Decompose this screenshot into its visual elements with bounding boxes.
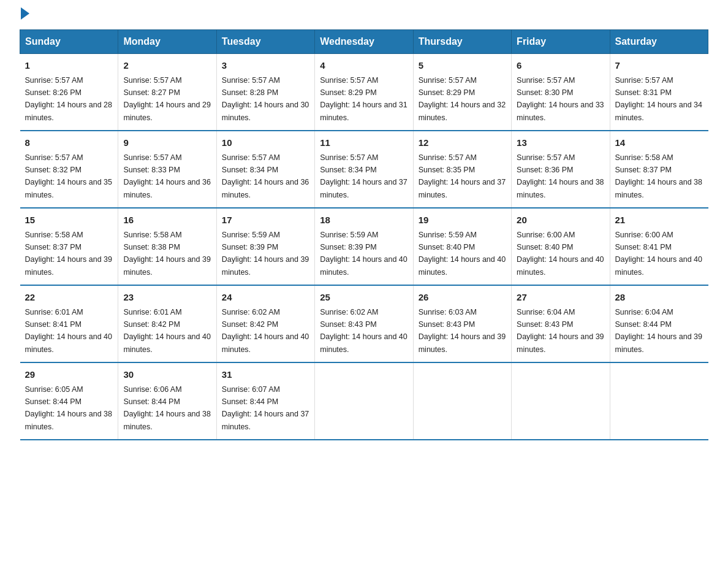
day-number: 26 <box>419 291 506 305</box>
day-info: Sunrise: 5:57 AMSunset: 8:32 PMDaylight:… <box>25 153 112 199</box>
day-number: 12 <box>419 136 506 150</box>
day-info: Sunrise: 6:00 AMSunset: 8:40 PMDaylight:… <box>517 231 604 277</box>
day-info: Sunrise: 5:59 AMSunset: 8:40 PMDaylight:… <box>419 231 506 277</box>
day-number: 19 <box>419 213 506 228</box>
day-number: 20 <box>517 213 604 228</box>
day-info: Sunrise: 5:57 AMSunset: 8:34 PMDaylight:… <box>320 153 407 199</box>
day-number: 7 <box>615 59 703 73</box>
calendar-cell: 22Sunrise: 6:01 AMSunset: 8:41 PMDayligh… <box>20 285 118 362</box>
calendar-cell: 16Sunrise: 5:58 AMSunset: 8:38 PMDayligh… <box>118 208 216 285</box>
day-number: 29 <box>25 368 113 382</box>
calendar-week-row: 29Sunrise: 6:05 AMSunset: 8:44 PMDayligh… <box>20 362 708 440</box>
day-number: 6 <box>517 59 604 73</box>
day-info: Sunrise: 5:59 AMSunset: 8:39 PMDaylight:… <box>222 231 309 277</box>
calendar-cell: 23Sunrise: 6:01 AMSunset: 8:42 PMDayligh… <box>118 285 216 362</box>
logo-arrow-icon <box>21 7 29 20</box>
calendar-cell: 24Sunrise: 6:02 AMSunset: 8:42 PMDayligh… <box>216 285 314 362</box>
header-saturday: Saturday <box>610 30 708 54</box>
calendar-cell: 8Sunrise: 5:57 AMSunset: 8:32 PMDaylight… <box>20 131 118 208</box>
day-number: 4 <box>320 59 408 73</box>
header-thursday: Thursday <box>413 30 511 54</box>
day-number: 16 <box>123 213 211 228</box>
day-number: 14 <box>615 136 703 150</box>
header-tuesday: Tuesday <box>216 30 314 54</box>
day-info: Sunrise: 6:07 AMSunset: 8:44 PMDaylight:… <box>222 385 309 431</box>
header-sunday: Sunday <box>20 30 118 54</box>
day-number: 13 <box>517 136 604 150</box>
calendar-cell: 5Sunrise: 5:57 AMSunset: 8:29 PMDaylight… <box>413 54 511 131</box>
day-info: Sunrise: 6:01 AMSunset: 8:42 PMDaylight:… <box>123 308 210 354</box>
calendar-cell: 6Sunrise: 5:57 AMSunset: 8:30 PMDaylight… <box>512 54 610 131</box>
calendar-cell: 2Sunrise: 5:57 AMSunset: 8:27 PMDaylight… <box>118 54 216 131</box>
day-info: Sunrise: 5:57 AMSunset: 8:26 PMDaylight:… <box>25 76 112 122</box>
calendar-cell: 31Sunrise: 6:07 AMSunset: 8:44 PMDayligh… <box>216 362 314 440</box>
day-number: 10 <box>222 136 309 150</box>
calendar-week-row: 15Sunrise: 5:58 AMSunset: 8:37 PMDayligh… <box>20 208 708 285</box>
day-info: Sunrise: 5:57 AMSunset: 8:34 PMDaylight:… <box>222 153 309 199</box>
calendar-cell: 20Sunrise: 6:00 AMSunset: 8:40 PMDayligh… <box>512 208 610 285</box>
day-info: Sunrise: 6:03 AMSunset: 8:43 PMDaylight:… <box>419 308 506 354</box>
calendar-cell: 4Sunrise: 5:57 AMSunset: 8:29 PMDaylight… <box>315 54 413 131</box>
calendar-cell: 14Sunrise: 5:58 AMSunset: 8:37 PMDayligh… <box>610 131 708 208</box>
calendar-header-row: SundayMondayTuesdayWednesdayThursdayFrid… <box>20 30 708 54</box>
day-info: Sunrise: 6:04 AMSunset: 8:43 PMDaylight:… <box>517 308 604 354</box>
day-info: Sunrise: 5:57 AMSunset: 8:31 PMDaylight:… <box>615 76 702 122</box>
calendar-cell: 15Sunrise: 5:58 AMSunset: 8:37 PMDayligh… <box>20 208 118 285</box>
calendar-cell: 27Sunrise: 6:04 AMSunset: 8:43 PMDayligh… <box>512 285 610 362</box>
calendar-cell: 12Sunrise: 5:57 AMSunset: 8:35 PMDayligh… <box>413 131 511 208</box>
day-info: Sunrise: 6:04 AMSunset: 8:44 PMDaylight:… <box>615 308 702 354</box>
header-friday: Friday <box>512 30 610 54</box>
day-info: Sunrise: 5:58 AMSunset: 8:38 PMDaylight:… <box>123 231 210 277</box>
day-info: Sunrise: 5:58 AMSunset: 8:37 PMDaylight:… <box>25 231 112 277</box>
day-number: 17 <box>222 213 309 228</box>
calendar-week-row: 8Sunrise: 5:57 AMSunset: 8:32 PMDaylight… <box>20 131 708 208</box>
logo <box>20 15 29 20</box>
page-header <box>20 15 708 20</box>
calendar-cell: 19Sunrise: 5:59 AMSunset: 8:40 PMDayligh… <box>413 208 511 285</box>
day-info: Sunrise: 6:02 AMSunset: 8:43 PMDaylight:… <box>320 308 407 354</box>
calendar-cell: 7Sunrise: 5:57 AMSunset: 8:31 PMDaylight… <box>610 54 708 131</box>
calendar-cell <box>610 362 708 440</box>
day-info: Sunrise: 5:57 AMSunset: 8:30 PMDaylight:… <box>517 76 604 122</box>
day-number: 27 <box>517 291 604 305</box>
day-info: Sunrise: 6:05 AMSunset: 8:44 PMDaylight:… <box>25 385 112 431</box>
calendar-week-row: 1Sunrise: 5:57 AMSunset: 8:26 PMDaylight… <box>20 54 708 131</box>
calendar-cell: 26Sunrise: 6:03 AMSunset: 8:43 PMDayligh… <box>413 285 511 362</box>
day-number: 23 <box>123 291 211 305</box>
day-number: 3 <box>222 59 309 73</box>
calendar-cell <box>315 362 413 440</box>
day-info: Sunrise: 6:06 AMSunset: 8:44 PMDaylight:… <box>123 385 210 431</box>
day-number: 15 <box>25 213 113 228</box>
calendar-cell <box>413 362 511 440</box>
day-info: Sunrise: 5:57 AMSunset: 8:36 PMDaylight:… <box>517 153 604 199</box>
day-info: Sunrise: 5:58 AMSunset: 8:37 PMDaylight:… <box>615 153 702 199</box>
day-info: Sunrise: 5:57 AMSunset: 8:33 PMDaylight:… <box>123 153 210 199</box>
calendar-cell: 30Sunrise: 6:06 AMSunset: 8:44 PMDayligh… <box>118 362 216 440</box>
day-info: Sunrise: 5:57 AMSunset: 8:28 PMDaylight:… <box>222 76 309 122</box>
day-number: 18 <box>320 213 408 228</box>
day-info: Sunrise: 6:01 AMSunset: 8:41 PMDaylight:… <box>25 308 112 354</box>
day-info: Sunrise: 5:57 AMSunset: 8:29 PMDaylight:… <box>320 76 407 122</box>
calendar-cell: 17Sunrise: 5:59 AMSunset: 8:39 PMDayligh… <box>216 208 314 285</box>
calendar-cell: 11Sunrise: 5:57 AMSunset: 8:34 PMDayligh… <box>315 131 413 208</box>
day-number: 31 <box>222 368 309 382</box>
calendar-cell: 25Sunrise: 6:02 AMSunset: 8:43 PMDayligh… <box>315 285 413 362</box>
day-number: 22 <box>25 291 113 305</box>
header-monday: Monday <box>118 30 216 54</box>
day-number: 11 <box>320 136 408 150</box>
calendar-cell: 10Sunrise: 5:57 AMSunset: 8:34 PMDayligh… <box>216 131 314 208</box>
calendar-cell <box>512 362 610 440</box>
day-number: 30 <box>123 368 211 382</box>
calendar-cell: 1Sunrise: 5:57 AMSunset: 8:26 PMDaylight… <box>20 54 118 131</box>
day-number: 21 <box>615 213 703 228</box>
day-info: Sunrise: 5:57 AMSunset: 8:27 PMDaylight:… <box>123 76 210 122</box>
day-number: 5 <box>419 59 506 73</box>
calendar-cell: 3Sunrise: 5:57 AMSunset: 8:28 PMDaylight… <box>216 54 314 131</box>
day-info: Sunrise: 5:59 AMSunset: 8:39 PMDaylight:… <box>320 231 407 277</box>
day-info: Sunrise: 5:57 AMSunset: 8:35 PMDaylight:… <box>419 153 506 199</box>
calendar-cell: 28Sunrise: 6:04 AMSunset: 8:44 PMDayligh… <box>610 285 708 362</box>
day-info: Sunrise: 6:02 AMSunset: 8:42 PMDaylight:… <box>222 308 309 354</box>
calendar-week-row: 22Sunrise: 6:01 AMSunset: 8:41 PMDayligh… <box>20 285 708 362</box>
calendar-cell: 29Sunrise: 6:05 AMSunset: 8:44 PMDayligh… <box>20 362 118 440</box>
day-number: 8 <box>25 136 113 150</box>
